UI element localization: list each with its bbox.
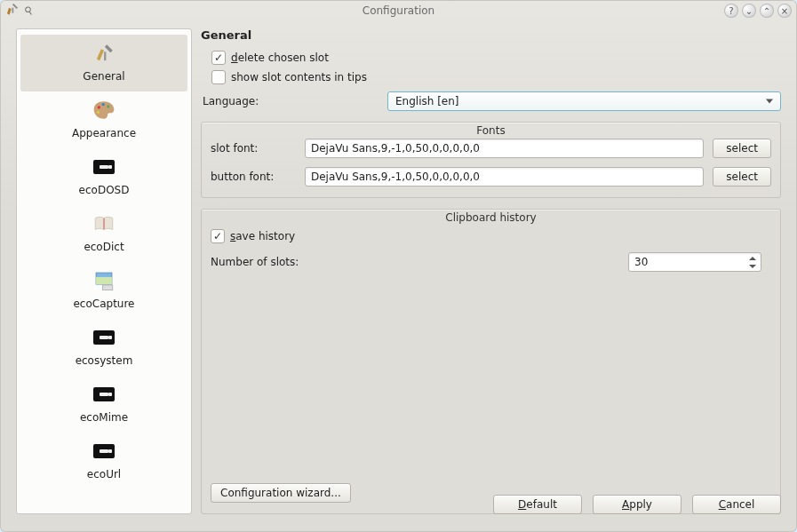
- show-tips-row[interactable]: show slot contents in tips: [201, 67, 781, 86]
- button-font-input[interactable]: DejaVu Sans,9,-1,0,50,0,0,0,0,0: [305, 167, 704, 187]
- app-icon: [5, 2, 20, 20]
- language-value: English [en]: [395, 95, 459, 107]
- sidebar-item-ecosystem[interactable]: ecosystem: [20, 319, 187, 376]
- sidebar-item-ecomime[interactable]: ecoMime: [20, 376, 187, 433]
- slots-label: Number of slots:: [211, 256, 619, 268]
- delete-chosen-slot-label: delete chosen slot: [231, 52, 329, 64]
- sidebar-item-label: ecoMime: [80, 411, 128, 424]
- slots-spinbox[interactable]: 30: [628, 252, 761, 272]
- cancel-button[interactable]: Cancel: [692, 495, 781, 514]
- delete-chosen-slot-checkbox[interactable]: [211, 51, 226, 65]
- sidebar-item-label: ecosystem: [76, 354, 133, 367]
- save-history-row[interactable]: save history: [211, 226, 771, 245]
- main-panel: General delete chosen slot show slot con…: [201, 28, 781, 514]
- configuration-window: ⚲ Configuration ? ⌄ ⌃ × General Appearan…: [0, 0, 797, 532]
- button-font-label: button font:: [211, 171, 296, 183]
- sidebar-item-ecodict[interactable]: ecoDict: [20, 205, 187, 262]
- sidebar-item-label: General: [83, 70, 124, 83]
- show-tips-checkbox[interactable]: [211, 70, 226, 84]
- slot-font-select-button[interactable]: select: [713, 139, 771, 158]
- sidebar-item-ecocapture[interactable]: ecoCapture: [20, 262, 187, 319]
- button-font-select-button[interactable]: select: [713, 167, 771, 187]
- svg-rect-7: [96, 277, 112, 284]
- sidebar-item-label: Appearance: [72, 127, 136, 139]
- fonts-legend: Fonts: [202, 124, 780, 137]
- window-title: Configuration: [0, 4, 797, 17]
- fonts-group: Fonts slot font: DejaVu Sans,9,-1,0,50,0…: [201, 122, 781, 198]
- default-button[interactable]: Default: [493, 495, 582, 514]
- svg-rect-1: [104, 52, 106, 60]
- sidebar-item-ecodosd[interactable]: ecoDOSD: [20, 148, 187, 205]
- svg-point-2: [98, 106, 100, 108]
- svg-point-4: [107, 105, 109, 107]
- section-heading: General: [201, 28, 781, 47]
- delete-chosen-slot-row[interactable]: delete chosen slot: [201, 47, 781, 67]
- slots-value: 30: [634, 256, 648, 268]
- palette-icon: [92, 99, 116, 122]
- minimize-button[interactable]: ⌄: [742, 4, 756, 18]
- tools-icon: [92, 42, 116, 65]
- sidebar-item-label: ecoUrl: [87, 468, 121, 480]
- clipboard-legend: Clipboard history: [202, 211, 780, 224]
- slot-font-input[interactable]: DejaVu Sans,9,-1,0,50,0,0,0,0,0: [305, 139, 704, 158]
- show-tips-label: show slot contents in tips: [231, 71, 367, 83]
- sidebar-item-general[interactable]: General: [20, 35, 187, 91]
- close-button[interactable]: ×: [777, 4, 792, 18]
- dialog-footer: Default Apply Cancel: [16, 495, 781, 514]
- maximize-button[interactable]: ⌃: [760, 4, 774, 18]
- sidebar: General Appearance ecoDOSD ecoDict: [16, 28, 192, 514]
- sidebar-item-appearance[interactable]: Appearance: [20, 91, 187, 148]
- pin-icon[interactable]: ⚲: [22, 4, 36, 19]
- sidebar-item-ecourl[interactable]: ecoUrl: [20, 433, 187, 489]
- spinner-arrows-icon[interactable]: [747, 254, 758, 270]
- plugin-icon: [92, 155, 116, 179]
- svg-point-5: [97, 111, 100, 114]
- sidebar-item-label: ecoCapture: [73, 298, 134, 310]
- plugin-icon: [92, 383, 116, 406]
- apply-button[interactable]: Apply: [593, 495, 681, 514]
- sidebar-item-label: ecoDict: [84, 241, 124, 253]
- language-label: Language:: [201, 95, 379, 107]
- clipboard-history-group: Clipboard history save history Number of…: [201, 209, 781, 514]
- slot-font-label: slot font:: [211, 142, 296, 155]
- svg-rect-8: [102, 285, 112, 290]
- save-history-label: save history: [230, 230, 295, 242]
- plugin-icon: [92, 440, 116, 463]
- titlebar: ⚲ Configuration ? ⌄ ⌃ ×: [0, 0, 797, 21]
- book-icon: [92, 212, 116, 235]
- sidebar-item-label: ecoDOSD: [79, 184, 130, 196]
- capture-icon: [92, 269, 116, 292]
- svg-rect-0: [12, 8, 13, 13]
- save-history-checkbox[interactable]: [211, 229, 225, 243]
- help-button[interactable]: ?: [724, 4, 738, 18]
- language-combo[interactable]: English [en]: [387, 91, 781, 111]
- plugin-icon: [92, 326, 116, 349]
- svg-point-3: [102, 103, 105, 106]
